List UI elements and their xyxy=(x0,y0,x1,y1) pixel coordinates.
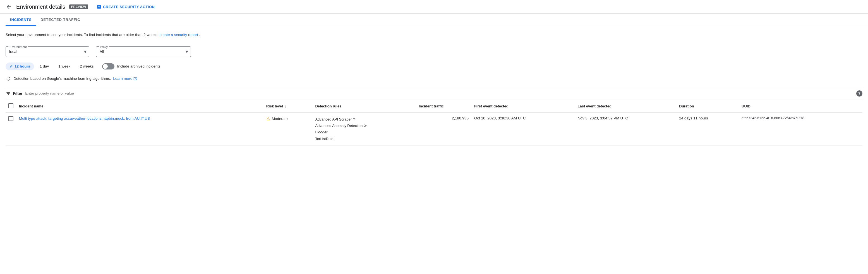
description-text: Select your environment to see your inci… xyxy=(6,32,862,38)
time-chip-label: 1 day xyxy=(40,64,49,68)
rule-item: Advanced Anomaly Detection ⟳ xyxy=(315,122,413,129)
header-duration: Duration xyxy=(676,100,739,113)
risk-cell: ⚠ Moderate xyxy=(266,116,310,121)
help-icon[interactable]: ? xyxy=(856,90,862,96)
header-checkbox-cell xyxy=(6,100,16,113)
time-chip-label: 2 weeks xyxy=(80,64,94,68)
time-filter-1day[interactable]: 1 day xyxy=(36,62,53,70)
external-link-icon xyxy=(133,77,137,81)
back-button[interactable] xyxy=(6,3,12,10)
time-filter-1week[interactable]: 1 week xyxy=(55,62,74,70)
create-security-action-button[interactable]: CREATE SECURITY ACTION xyxy=(97,4,155,9)
detection-note: Detection based on Google's machine lear… xyxy=(6,76,862,82)
time-chip-label: 1 week xyxy=(58,64,70,68)
table-row: Multi type attack, targeting accuweather… xyxy=(6,113,862,146)
archive-toggle[interactable] xyxy=(102,63,115,69)
row-incident-name: Multi type attack, targeting accuweather… xyxy=(16,113,264,146)
rule-item: TorListRule xyxy=(315,135,413,142)
toggle-label: Include archived incidents xyxy=(117,64,160,68)
rule-label: Advanced Anomaly Detection xyxy=(315,122,363,129)
refresh-icon xyxy=(6,76,11,82)
time-filter-2weeks[interactable]: 2 weeks xyxy=(76,62,98,70)
detection-text: Detection based on Google's machine lear… xyxy=(13,77,111,81)
page-header: Environment details PREVIEW CREATE SECUR… xyxy=(0,0,868,14)
row-incident-traffic: 2,180,935 xyxy=(416,113,471,146)
time-filter-12hours[interactable]: ✓ 12 hours xyxy=(6,62,34,70)
header-detection-rules: Detection rules xyxy=(312,100,416,113)
header-incident-traffic: Incident traffic xyxy=(416,100,471,113)
rule-label: TorListRule xyxy=(315,135,333,142)
row-uuid: efe67242-b122-4f18-86c3-7254fb750f78 xyxy=(739,113,862,146)
risk-label: Moderate xyxy=(272,117,288,121)
sort-icon: ↓ xyxy=(285,104,287,108)
environment-select-group: Environment local ▾ xyxy=(6,43,89,57)
row-duration: 24 days 11 hours xyxy=(676,113,739,146)
filter-label: Filter xyxy=(13,91,22,96)
time-filter-row: ✓ 12 hours 1 day 1 week 2 weeks Include … xyxy=(6,62,862,70)
row-checkbox-cell xyxy=(6,113,16,146)
tab-detected-traffic[interactable]: DETECTED TRAFFIC xyxy=(36,14,85,26)
rule-refresh-icon: ⟳ xyxy=(353,116,356,122)
incidents-table: Incident name Risk level ↓ Detection rul… xyxy=(6,100,862,146)
filter-icon xyxy=(6,91,11,96)
create-security-report-link[interactable]: create a security report xyxy=(159,33,198,37)
selects-row: Environment local ▾ Proxy All ▾ xyxy=(6,43,862,57)
select-all-checkbox[interactable] xyxy=(8,103,13,108)
archive-toggle-row: Include archived incidents xyxy=(102,63,160,69)
time-chip-label: 12 hours xyxy=(14,64,30,68)
proxy-select-wrapper: All ▾ xyxy=(96,46,191,57)
incidents-table-container: Incident name Risk level ↓ Detection rul… xyxy=(6,100,862,146)
rule-label: Advanced API Scraper xyxy=(315,116,352,122)
header-risk-level[interactable]: Risk level ↓ xyxy=(264,100,313,113)
learn-more-link[interactable]: Learn more xyxy=(113,77,137,81)
header-uuid: UUID xyxy=(739,100,862,113)
filter-icon-group: Filter xyxy=(6,91,22,96)
tabs-container: INCIDENTS DETECTED TRAFFIC xyxy=(0,14,868,26)
detection-rules-list: Advanced API Scraper ⟳ Advanced Anomaly … xyxy=(315,116,413,142)
row-detection-rules: Advanced API Scraper ⟳ Advanced Anomaly … xyxy=(312,113,416,146)
incident-name-link[interactable]: Multi type attack, targeting accuweather… xyxy=(19,116,150,121)
row-risk-level: ⚠ Moderate xyxy=(264,113,313,146)
environment-label: Environment xyxy=(8,45,28,49)
rule-label: Flooder xyxy=(315,129,328,135)
filter-input[interactable] xyxy=(25,91,862,95)
rule-refresh-icon: ⟳ xyxy=(364,122,367,129)
proxy-select-group: Proxy All ▾ xyxy=(96,43,191,57)
header-first-event: First event detected xyxy=(471,100,575,113)
row-checkbox[interactable] xyxy=(8,116,13,121)
create-action-label: CREATE SECURITY ACTION xyxy=(103,5,155,9)
check-icon: ✓ xyxy=(9,64,13,69)
table-header: Incident name Risk level ↓ Detection rul… xyxy=(6,100,862,113)
proxy-select[interactable]: All xyxy=(96,46,191,57)
page-title: Environment details xyxy=(16,4,65,10)
tab-incidents[interactable]: INCIDENTS xyxy=(6,14,36,26)
header-incident-name: Incident name xyxy=(16,100,264,113)
rule-item: Advanced API Scraper ⟳ xyxy=(315,116,413,122)
header-last-event: Last event detected xyxy=(575,100,676,113)
toggle-knob xyxy=(103,64,108,69)
warning-icon: ⚠ xyxy=(266,116,270,121)
rule-item: Flooder xyxy=(315,129,413,135)
table-body: Multi type attack, targeting accuweather… xyxy=(6,113,862,146)
row-first-event: Oct 10, 2023, 3:36:30 AM UTC xyxy=(471,113,575,146)
proxy-label: Proxy xyxy=(99,45,109,49)
filter-bar: Filter ? xyxy=(6,87,862,100)
preview-badge: PREVIEW xyxy=(69,4,88,9)
main-content: Select your environment to see your inci… xyxy=(0,26,868,146)
row-last-event: Nov 3, 2023, 3:04:59 PM UTC xyxy=(575,113,676,146)
